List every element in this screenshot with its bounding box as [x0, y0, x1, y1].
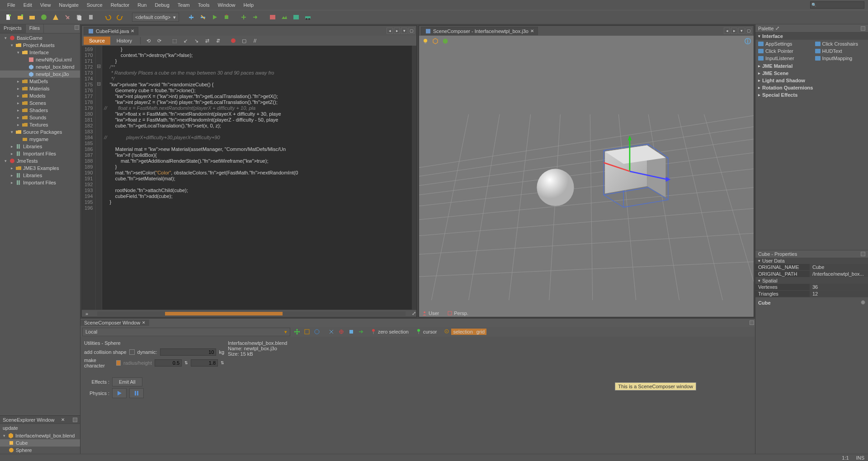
horizontal-scrollbar[interactable] [97, 311, 406, 316]
cursor-icon[interactable] [337, 328, 345, 336]
landscape-icon[interactable] [279, 12, 289, 22]
menu-view[interactable]: View [37, 1, 55, 9]
help-icon[interactable] [861, 300, 865, 305]
tree-item[interactable]: ▸Important Files [0, 179, 80, 186]
tool-icon[interactable]: ⇵ [213, 36, 223, 46]
image-icon[interactable] [268, 12, 278, 22]
play-button[interactable] [112, 388, 127, 398]
radius-input[interactable] [155, 359, 182, 367]
tree-item[interactable]: newNiftyGui.xml [0, 56, 80, 63]
tree-item[interactable]: ▸JME3 Examples [0, 165, 80, 172]
menu-help[interactable]: Help [240, 1, 258, 9]
cube-icon[interactable] [432, 38, 439, 46]
palette-item[interactable]: Click Pointer [755, 48, 811, 54]
scene-root[interactable]: ▾ Interface/newtpl_box.blend [0, 432, 80, 439]
menu-refactor[interactable]: Refactor [107, 1, 133, 9]
tree-item[interactable]: ▾JmeTests [0, 157, 80, 165]
tool-icon[interactable]: ▢ [239, 36, 249, 46]
close-icon[interactable]: ✕ [530, 28, 534, 33]
save-all-icon[interactable] [39, 12, 49, 22]
palette-category[interactable]: ▸Rotation Quaternions [755, 84, 868, 91]
new-project-icon[interactable] [15, 12, 25, 22]
palette-item[interactable]: InputMapping [812, 55, 868, 61]
palette-section-interface[interactable]: ▾Interface [755, 33, 868, 40]
list-icon[interactable]: ▾ [401, 28, 407, 34]
menu-file[interactable]: File [4, 1, 19, 9]
tree-item[interactable]: newtpl_box.j3o [0, 71, 80, 78]
menu-source[interactable]: Source [83, 1, 106, 9]
tree-item[interactable]: ▸Important Files [0, 150, 80, 157]
tree-item[interactable]: mygame [0, 136, 80, 143]
add-icon[interactable] [239, 12, 249, 22]
prev-icon[interactable]: ◂ [387, 28, 393, 34]
selection-button[interactable]: selection [451, 329, 474, 335]
menu-debug[interactable]: Debug [151, 1, 173, 9]
height-input[interactable] [191, 359, 218, 367]
tool-icon[interactable]: // [250, 36, 260, 46]
character-checkbox[interactable] [116, 360, 121, 366]
property-row[interactable]: Vertexes36 [755, 284, 868, 291]
maximize-icon[interactable]: ▢ [408, 28, 415, 34]
scene-explorer-tab[interactable]: SceneExplorer Window [3, 417, 54, 423]
minimize-icon[interactable] [75, 25, 79, 30]
tool-icon[interactable]: ⇄ [202, 36, 212, 46]
property-row[interactable]: Triangles12 [755, 291, 868, 297]
next-icon[interactable]: ▸ [731, 28, 737, 34]
dynamic-checkbox[interactable] [129, 349, 135, 355]
tree-item[interactable]: newtpl_box.blend [0, 63, 80, 71]
source-button[interactable]: Source [84, 37, 110, 45]
tool-icon[interactable]: ⟳ [154, 36, 164, 46]
texture-icon[interactable] [291, 12, 301, 22]
tool-icon[interactable] [357, 328, 365, 336]
run-icon[interactable] [210, 12, 220, 22]
tree-item[interactable]: ▸Materials [0, 85, 80, 92]
search-box[interactable]: 🔍 [810, 1, 864, 9]
undo-icon[interactable] [103, 12, 113, 22]
cursor-label[interactable]: cursor [423, 329, 437, 334]
menu-window[interactable]: Window [214, 1, 239, 9]
prev-icon[interactable]: ◂ [724, 28, 730, 34]
rotate-icon[interactable] [313, 328, 321, 336]
menu-run[interactable]: Run [134, 1, 150, 9]
scene-item-cube[interactable]: Cube [0, 439, 80, 447]
palette-item[interactable]: InputListener [755, 55, 811, 61]
history-button[interactable]: History [111, 37, 137, 45]
menu-navigate[interactable]: Navigate [55, 1, 82, 9]
props-section[interactable]: ▾User Data [755, 258, 868, 264]
minimize-icon[interactable] [861, 252, 865, 256]
redo-icon[interactable] [115, 12, 125, 22]
editor-tab-scenecomposer[interactable]: SceneComposer - Interface/newtpl_box.j3o… [421, 27, 538, 35]
palette-category[interactable]: ▸Special Effects [755, 91, 868, 99]
tree-item[interactable]: ▸Scenes [0, 99, 80, 107]
open-icon[interactable] [27, 12, 37, 22]
pause-button[interactable] [129, 388, 144, 398]
tool-icon[interactable] [347, 328, 355, 336]
close-icon[interactable]: ✕ [142, 320, 146, 325]
palette-category[interactable]: ▸JME Material [755, 62, 868, 70]
breakpoint-icon[interactable] [228, 36, 238, 46]
list-icon[interactable]: ▾ [738, 28, 745, 34]
paste-icon[interactable] [86, 12, 96, 22]
cube-solid-icon[interactable] [442, 38, 449, 46]
clean-build-icon[interactable] [198, 12, 208, 22]
tool-icon[interactable]: ⟲ [143, 36, 153, 46]
tool-icon[interactable] [327, 328, 335, 336]
tree-item[interactable]: ▾BasicGame [0, 34, 80, 42]
property-row[interactable]: ORIGINAL_PATH/Interface/newtpl_box... [755, 271, 868, 278]
palette-category[interactable]: ▸Light and Shadow [755, 77, 868, 84]
config-combo[interactable]: <default config>▾ [132, 13, 179, 22]
menu-team[interactable]: Team [174, 1, 193, 9]
tree-item[interactable]: ▸Models [0, 92, 80, 99]
scale-icon[interactable] [303, 328, 311, 336]
tree-item[interactable]: ▸Libraries [0, 172, 80, 179]
tree-item[interactable]: ▸MatDefs [0, 78, 80, 85]
menu-tools[interactable]: Tools [194, 1, 213, 9]
tree-item[interactable]: ▸Libraries [0, 143, 80, 150]
tree-item[interactable]: ▾Project Assets [0, 42, 80, 49]
palette-category[interactable]: ▸JME Scene [755, 70, 868, 77]
minimize-icon[interactable] [861, 26, 865, 31]
scene-item-sphere[interactable]: Sphere [0, 447, 80, 454]
minimize-icon[interactable] [750, 320, 754, 325]
copy-icon[interactable] [74, 12, 84, 22]
tool-icon[interactable]: ↘ [191, 36, 201, 46]
